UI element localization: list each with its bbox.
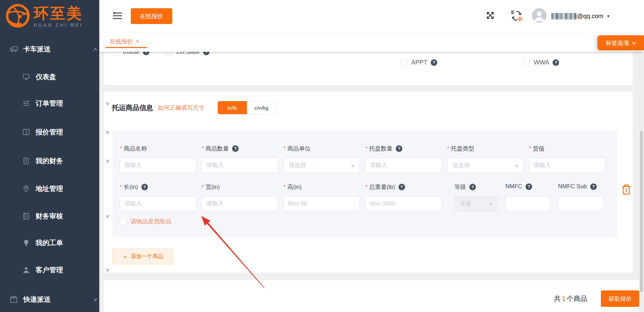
dangerous-goods-option[interactable]: 该物品是危险品 [120,217,171,225]
fullscreen-icon[interactable] [485,11,495,22]
tag-options-button[interactable]: 标签选项 ∨ [597,35,644,50]
help-icon[interactable]: ? [431,59,437,66]
field-label-length: * 长(in) ? [120,183,148,191]
dangerous-goods-label: 该物品是危险品 [130,217,171,225]
help-icon[interactable]: ? [526,183,532,190]
inside-checkbox[interactable] [112,51,119,56]
app-logo: 环至美 HUAN ZHI MEI [5,3,83,30]
unit-toggle-inlb[interactable]: in/lb [218,101,247,114]
chevron-down-icon: ∨ [632,40,636,46]
option-appt[interactable]: APPT ? [400,59,437,66]
get-quote-button[interactable]: 获取报价 [601,290,639,307]
help-icon[interactable]: ? [553,59,559,66]
summary-footer-card: 共1个商品 获取报价 [104,280,639,312]
online-quote-button[interactable]: 在线报价 [131,8,172,24]
total-weight-input[interactable] [365,196,442,211]
help-icon[interactable]: ? [232,145,239,152]
field-label-width: * 宽(in) [202,183,220,191]
length-input[interactable] [120,196,196,211]
chevron-down-icon: ∨ [351,163,355,168]
package-icon [9,295,18,303]
option-lift-gate[interactable]: Lift Gate ? [165,51,210,56]
user-icon [22,266,30,274]
help-icon[interactable]: ? [399,184,405,190]
translate-language-icon[interactable]: E 中 [510,9,524,24]
user-account-menu[interactable]: @qq.com ▼ [551,0,610,32]
get-quote-label: 获取报价 [608,295,632,303]
pallet-type-select[interactable]: 请选择 ∨ [447,158,523,173]
sidebar-item-finance-review[interactable]: 财务审核 ∨ [0,209,121,223]
delete-product-icon[interactable] [621,184,631,196]
sidebar-item-label: 仪表盘 [36,72,56,82]
cargo-value-input[interactable] [529,158,605,173]
chevron-down-icon: ∨ [105,213,110,219]
sidebar-item-label: 我的工单 [36,238,63,248]
how-to-fill-dimensions-link[interactable]: 如何正确填写尺寸 [158,104,204,112]
logo-subtitle: HUAN ZHI MEI [34,22,83,28]
sidebar-item-my-tickets[interactable]: 我的工单 [0,236,121,250]
nmfc-sub-input[interactable] [558,196,603,211]
add-product-button[interactable]: ＋ 添加一个商品 [112,249,173,264]
close-tab-icon[interactable]: × [136,38,139,45]
help-icon[interactable]: ? [141,184,148,190]
width-input[interactable] [202,196,278,211]
unit-toggle: in/lb cm/kg [217,101,276,115]
goods-form-panel: * 商品名称 * 商品数量 ? * 商品单位 * 托盘数量 ? * 托盘类型 *… [112,131,617,237]
required-asterisk: * [365,184,367,190]
sidebar-item-label: 我的财务 [36,156,63,166]
help-icon[interactable]: ? [396,145,402,152]
field-label-height: * 高(in) [283,183,302,191]
wwa-checkbox[interactable] [523,59,530,66]
active-tab-underline [105,47,147,48]
sidebar-item-label: 报价管理 [36,128,63,137]
tab-label: 在线报价 [110,38,133,46]
sidebar-item-my-finance[interactable]: 我的财务 ∨ [0,154,121,168]
product-qty-input[interactable] [202,158,278,173]
help-icon[interactable]: ? [590,183,597,190]
help-icon[interactable]: ? [469,184,476,190]
lift-gate-checkbox[interactable] [165,51,172,56]
svg-text:E: E [511,10,514,15]
product-name-input[interactable] [120,158,196,173]
class-select[interactable]: 等级 ∨ [454,196,498,211]
svg-text:中: 中 [517,16,523,22]
sidebar-item-label: 订单管理 [36,99,63,108]
sidebar-item-label: 快递派送 [23,295,51,304]
required-asterisk: * [365,146,367,152]
appt-checkbox[interactable] [400,59,407,66]
sidebar-item-dashboard[interactable]: 仪表盘 [0,70,121,84]
collapse-sidebar-icon[interactable] [112,11,123,22]
chevron-down-icon: ∨ [514,163,519,168]
height-input[interactable] [283,196,360,211]
sidebar-item-quote-management[interactable]: 报价管理 ∨ [0,125,121,139]
vertical-scrollbar[interactable] [640,131,643,292]
sidebar-item-label: 地址管理 [36,184,63,193]
help-icon[interactable]: ? [143,51,149,55]
field-label-product-qty: * 商品数量 ? [202,145,239,153]
sidebar-item-label: 客户管理 [36,265,63,275]
sidebar-item-address-management[interactable]: 地址管理 [0,182,121,195]
product-unit-select[interactable]: 请选择 ∨ [283,158,360,173]
location-pin-icon [22,185,30,193]
option-inside[interactable]: Inside ? [112,51,149,56]
dangerous-goods-checkbox[interactable] [120,218,127,225]
pallet-qty-input[interactable] [365,158,442,173]
chevron-down-icon: ∨ [489,201,493,206]
help-icon[interactable]: ? [203,51,210,55]
option-wwa[interactable]: WWA ? [523,59,559,66]
sliders-icon [22,99,30,107]
sidebar-item-customer-management[interactable]: 客户管理 ∨ [0,263,121,277]
inside-label: Inside [123,51,139,56]
sidebar-item-order-management[interactable]: 订单管理 ∨ [0,96,121,110]
sidebar-item-express-delivery[interactable]: 快递派送 ∨ [0,292,109,306]
field-label-pallet-type: * 托盘类型 [447,145,474,153]
monitor-icon [22,73,30,81]
nmfc-input[interactable] [505,196,551,211]
field-label-product-name: * 商品名称 [120,145,147,153]
required-asterisk: * [283,146,286,152]
globe-logo-icon [5,3,31,30]
unit-toggle-cmkg[interactable]: cm/kg [247,101,276,114]
avatar[interactable] [532,8,546,23]
chevron-down-icon: ∨ [105,100,110,106]
sidebar-item-truck-delivery[interactable]: 卡车派送 ∧ [0,42,109,56]
